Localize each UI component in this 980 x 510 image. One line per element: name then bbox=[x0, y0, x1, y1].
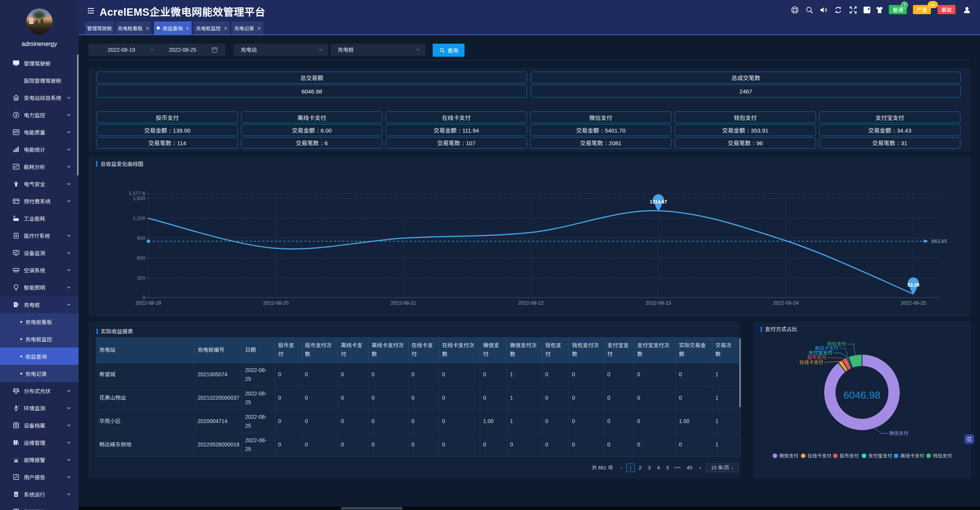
svg-text:钱包支付: 钱包支付 bbox=[933, 453, 952, 459]
svg-text:2022-08-25: 2022-08-25 bbox=[901, 300, 926, 306]
svg-text:2022-08-20: 2022-08-20 bbox=[263, 300, 289, 306]
svg-text:0: 0 bbox=[143, 295, 145, 300]
svg-text:863.85: 863.85 bbox=[931, 238, 947, 244]
svg-text:2022-08-22: 2022-08-22 bbox=[518, 300, 544, 306]
svg-text:在线卡支付: 在线卡支付 bbox=[799, 360, 823, 365]
svg-text:A: A bbox=[864, 7, 868, 13]
svg-text:1,200: 1,200 bbox=[133, 215, 145, 221]
svg-text:53.29: 53.29 bbox=[907, 282, 919, 288]
svg-text:离线卡支付: 离线卡支付 bbox=[900, 453, 924, 459]
svg-text:总收益变化曲线图: 总收益变化曲线图 bbox=[100, 161, 143, 167]
svg-text:微信支付: 微信支付 bbox=[889, 431, 908, 436]
svg-text:300: 300 bbox=[137, 275, 145, 281]
svg-text:2022-08-24: 2022-08-24 bbox=[773, 300, 799, 306]
svg-text:1,500: 1,500 bbox=[133, 195, 145, 201]
svg-text:2022-08-23: 2022-08-23 bbox=[646, 300, 671, 306]
svg-text:微信支付: 微信支付 bbox=[779, 453, 798, 459]
svg-text:600: 600 bbox=[137, 255, 145, 261]
svg-text:投币支付: 投币支付 bbox=[840, 453, 859, 459]
svg-text:投币支付: 投币支付 bbox=[807, 355, 826, 360]
svg-text:6046.98: 6046.98 bbox=[844, 389, 880, 401]
svg-text:2022-08-21: 2022-08-21 bbox=[391, 300, 416, 306]
svg-text:1314.67: 1314.67 bbox=[650, 199, 667, 205]
svg-text:支付宝支付: 支付宝支付 bbox=[868, 453, 892, 459]
svg-text:900: 900 bbox=[137, 235, 145, 241]
svg-text:2022-08-19: 2022-08-19 bbox=[136, 300, 161, 306]
svg-text:在线卡支付: 在线卡支付 bbox=[808, 453, 832, 459]
